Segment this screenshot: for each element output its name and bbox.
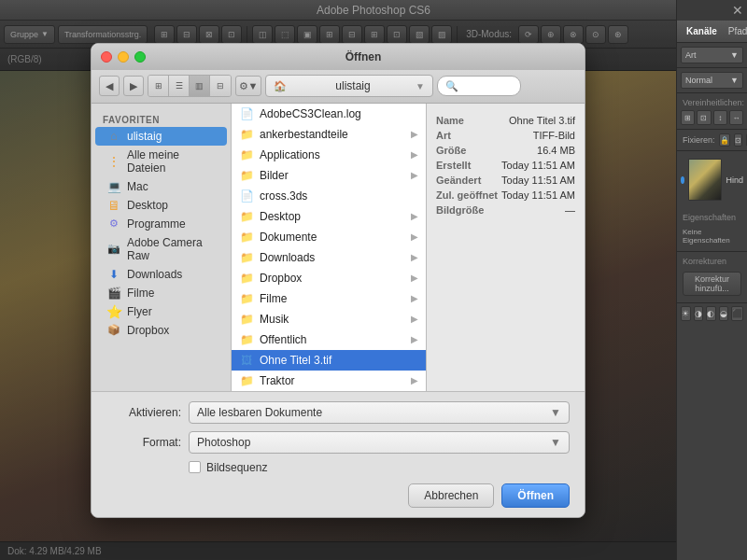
vb-1[interactable]: ⊞ — [681, 110, 695, 125]
vb-4[interactable]: ↔ — [729, 110, 743, 125]
file-icon-5: 📁 — [239, 209, 254, 224]
close-button[interactable] — [101, 51, 112, 63]
file-name-2: Applications — [260, 148, 405, 161]
vereinheitlichen-buttons: ⊞ ⊡ ↕ ↔ — [677, 109, 747, 126]
fix-btn-1[interactable]: 🔒 — [719, 133, 730, 147]
dialog-sidebar: FAVORITEN ⌂ ulistaig ⋮ Alle meine Dateie… — [92, 104, 232, 391]
search-box[interactable]: 🔍 — [437, 76, 521, 96]
cancel-button[interactable]: Abbrechen — [408, 483, 494, 508]
file-row[interactable]: 📁 ankerbestandteile ▶ — [232, 124, 426, 145]
vb-2[interactable]: ⊡ — [697, 110, 711, 125]
file-list-scroll[interactable]: 📄 AdobeCS3Clean.log 📁 ankerbestandteile … — [232, 104, 426, 391]
sidebar-item-alle-meine-dateien[interactable]: ⋮ Alle meine Dateien — [95, 146, 227, 177]
file-icon-13: 📁 — [239, 373, 254, 388]
file-arrow-2: ▶ — [411, 149, 418, 160]
list-view-btn[interactable]: ☰ — [169, 76, 190, 96]
coverflow-view-btn[interactable]: ⊟ — [210, 76, 231, 96]
file-row[interactable]: 📄 AdobeCS3Clean.log — [232, 104, 426, 124]
maximize-button[interactable] — [134, 51, 146, 63]
file-row[interactable]: 📁 Filme ▶ — [232, 288, 426, 309]
layer-row[interactable]: Hind — [681, 155, 743, 204]
sidebar-section-label: FAVORITEN — [92, 111, 231, 127]
file-icon-0: 📄 — [239, 106, 254, 121]
bp-icon-3[interactable]: ◐ — [706, 306, 716, 321]
icon-view-btn[interactable]: ⊞ — [148, 76, 169, 96]
dialog-filelist: 📄 AdobeCS3Clean.log 📁 ankerbestandteile … — [232, 104, 426, 391]
sidebar-item-filme[interactable]: 🎬 Filme — [95, 284, 227, 302]
sidebar-item-flyer[interactable]: ⭐ Flyer — [95, 302, 227, 321]
dialog-titlebar: Öffnen — [92, 44, 585, 70]
vereinheitlichen-label: Vereinheitlichen: — [677, 96, 747, 109]
sidebar-item-dropbox[interactable]: 📦 Dropbox — [95, 321, 227, 340]
file-icon-3: 📁 — [239, 168, 254, 183]
file-row[interactable]: 📁 Musik ▶ — [232, 309, 426, 329]
sidebar-item-mac[interactable]: 💻 Mac — [95, 177, 227, 196]
info-zul-row: Zul. geöffnet Today 11:51 AM — [436, 189, 575, 201]
file-arrow-10: ▶ — [411, 314, 418, 324]
file-row[interactable]: 📁 Applications ▶ — [232, 145, 426, 165]
right-panel: ✕ Kanäle Pfade Art ▼ Normal ▼ Vereinheit… — [676, 0, 747, 560]
file-icon-6: 📁 — [239, 230, 254, 245]
file-arrow-9: ▶ — [411, 293, 418, 303]
file-row[interactable]: 📁 Bilder ▶ — [232, 165, 426, 186]
info-bildgroesse-row: Bildgröße — — [436, 204, 575, 216]
back-button[interactable]: ◀ — [99, 76, 120, 96]
pfade-tab[interactable]: Pfade — [723, 24, 747, 38]
file-arrow-11: ▶ — [411, 334, 418, 344]
file-row[interactable]: 📁 Offentlich ▶ — [232, 329, 426, 350]
file-icon-8: 📁 — [239, 271, 254, 286]
file-name-7: Downloads — [260, 251, 405, 264]
action-btn[interactable]: ⚙▼ — [235, 76, 261, 96]
bottom-icons: ☀ ◑ ◐ ◒ ⬛ — [677, 303, 747, 324]
minimize-button[interactable] — [118, 51, 129, 63]
layer-thumbnail — [688, 159, 722, 201]
normal-dropdown[interactable]: Normal ▼ — [681, 72, 743, 89]
file-arrow-3: ▶ — [411, 170, 418, 180]
sidebar-item-adobe-camera-raw[interactable]: 📷 Adobe Camera Raw — [95, 233, 227, 265]
bildsequenz-row: Bildsequenz — [189, 461, 570, 474]
fix-btn-2[interactable]: ⊡ — [734, 133, 742, 147]
column-view-btn[interactable]: ▥ — [190, 76, 210, 96]
bildsequenz-checkbox[interactable] — [189, 461, 201, 473]
dialog-overlay: Öffnen ◀ ▶ ⊞ ☰ ▥ ⊟ ⚙▼ 🏠 ulistaig ▼ 🔍 — [0, 0, 676, 560]
folder-icon-desktop: 🖥 — [106, 199, 121, 212]
file-row[interactable]: 📁 Dropbox ▶ — [232, 268, 426, 288]
art-dropdown[interactable]: Art ▼ — [681, 47, 743, 63]
file-arrow-7: ▶ — [411, 252, 418, 262]
korrektur-hinzu-btn[interactable]: Korrektur hinzufü... — [683, 272, 741, 296]
open-button[interactable]: Öffnen — [501, 483, 570, 508]
format-dropdown[interactable]: Photoshop ▼ — [189, 431, 570, 454]
fixieren-group: Fixieren: 🔒 ⊡ ⊕ Alle — [677, 130, 747, 151]
panel-close-icon[interactable]: ✕ — [732, 3, 743, 18]
file-row[interactable]: 📁 Dokumente ▶ — [232, 227, 426, 247]
aktivieren-label: Aktivieren: — [106, 406, 181, 419]
info-groesse-row: Größe 16.4 MB — [436, 145, 575, 156]
sidebar-item-ulistaig[interactable]: ⌂ ulistaig — [95, 127, 227, 146]
bp-icon-1[interactable]: ☀ — [681, 306, 691, 321]
fixieren-row: Fixieren: 🔒 ⊡ ⊕ Alle — [677, 133, 747, 147]
vb-3[interactable]: ↕ — [713, 110, 727, 125]
file-row[interactable]: 📄 cross.3ds — [232, 186, 426, 206]
bp-icon-5[interactable]: ⬛ — [731, 306, 743, 321]
folder-icon-flyer: ⭐ — [106, 305, 121, 318]
file-row[interactable]: 📁 Downloads ▶ — [232, 247, 426, 268]
bp-icon-2[interactable]: ◑ — [694, 306, 704, 321]
file-row[interactable]: 🖼 Ohne Titel 3.tif — [232, 350, 426, 371]
art-section: Art ▼ — [677, 43, 747, 68]
file-row[interactable]: 📁 Desktop ▶ — [232, 206, 426, 227]
korrekturen-title: Korrekturen — [677, 255, 747, 268]
sidebar-item-desktop[interactable]: 🖥 Desktop — [95, 196, 227, 215]
file-row[interactable]: 📁 Traktor ▶ — [232, 371, 426, 391]
dialog-bottom: Aktivieren: Alle lesbaren Dokumente ▼ Fo… — [92, 391, 585, 517]
bp-icon-4[interactable]: ◒ — [719, 306, 729, 321]
location-dropdown[interactable]: 🏠 ulistaig ▼ — [265, 75, 433, 97]
file-name-5: Desktop — [260, 210, 405, 223]
file-name-13: Traktor — [260, 374, 405, 387]
sidebar-item-programme[interactable]: ⚙ Programme — [95, 215, 227, 233]
sidebar-item-downloads[interactable]: ⬇ Downloads — [95, 265, 227, 284]
forward-button[interactable]: ▶ — [123, 76, 144, 96]
info-name-row: Name Ohne Titel 3.tif — [436, 115, 575, 126]
aktivieren-dropdown[interactable]: Alle lesbaren Dokumente ▼ — [189, 401, 570, 424]
app-icon-acr: 📷 — [106, 243, 121, 256]
kanaele-tab[interactable]: Kanäle — [681, 24, 723, 38]
